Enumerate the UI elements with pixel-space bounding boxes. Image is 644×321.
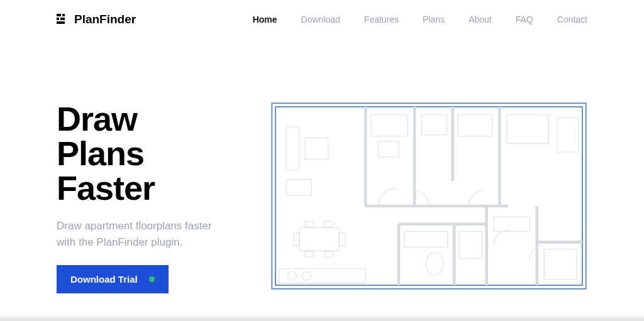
svg-rect-0 [57,14,61,16]
nav-plans[interactable]: Plans [423,14,445,24]
svg-rect-1 [62,14,65,16]
brand-name: PlanFinder [74,13,136,26]
hero-title: Draw Plans Faster [57,102,245,205]
brand[interactable]: PlanFinder [57,13,136,26]
svg-rect-22 [305,221,314,227]
header: PlanFinder Home Download Features Plans … [0,0,644,39]
nav-about[interactable]: About [469,14,492,24]
status-dot-icon [149,276,155,282]
svg-rect-25 [325,251,333,257]
svg-rect-21 [299,227,339,251]
svg-rect-23 [325,221,333,227]
hero-section: Draw Plans Faster Draw apartment floorpl… [0,39,644,295]
cta-label: Download Trial [70,274,138,285]
download-trial-button[interactable]: Download Trial [57,265,169,293]
logo-icon [57,14,68,25]
svg-rect-18 [286,127,299,170]
hero-title-line: Draw [57,100,137,138]
svg-point-30 [302,271,311,280]
nav-home[interactable]: Home [253,14,277,24]
svg-rect-5 [272,103,586,289]
svg-rect-41 [494,217,530,231]
hero-subtitle: Draw apartment floorplans faster with th… [57,218,233,250]
svg-rect-34 [458,115,492,136]
floorplan-illustration [270,102,587,293]
hero-image-column [270,102,644,295]
nav-features[interactable]: Features [364,14,399,24]
hero-title-line: Plans [57,134,144,172]
svg-rect-19 [305,138,328,159]
nav-faq[interactable]: FAQ [516,14,533,24]
svg-rect-39 [459,231,482,259]
svg-rect-40 [544,249,577,280]
main-nav: Home Download Features Plans About FAQ C… [253,14,587,24]
svg-rect-27 [340,232,345,246]
svg-rect-35 [507,115,548,144]
nav-contact[interactable]: Contact [557,14,587,24]
svg-point-38 [426,252,443,275]
svg-rect-2 [57,18,59,20]
svg-rect-20 [286,180,311,195]
hero-text-column: Draw Plans Faster Draw apartment floorpl… [57,102,245,295]
nav-download[interactable]: Download [301,14,340,24]
hero-title-line: Faster [57,169,155,207]
svg-point-29 [288,271,297,280]
svg-rect-4 [57,21,65,24]
svg-rect-37 [404,231,448,247]
svg-rect-26 [294,232,299,246]
svg-rect-36 [557,117,579,152]
svg-rect-33 [422,115,447,135]
page-bottom-shadow [0,315,644,321]
svg-rect-24 [305,251,314,257]
svg-rect-32 [379,141,399,157]
svg-rect-3 [60,18,65,20]
svg-rect-28 [279,269,365,283]
svg-rect-31 [371,115,407,136]
